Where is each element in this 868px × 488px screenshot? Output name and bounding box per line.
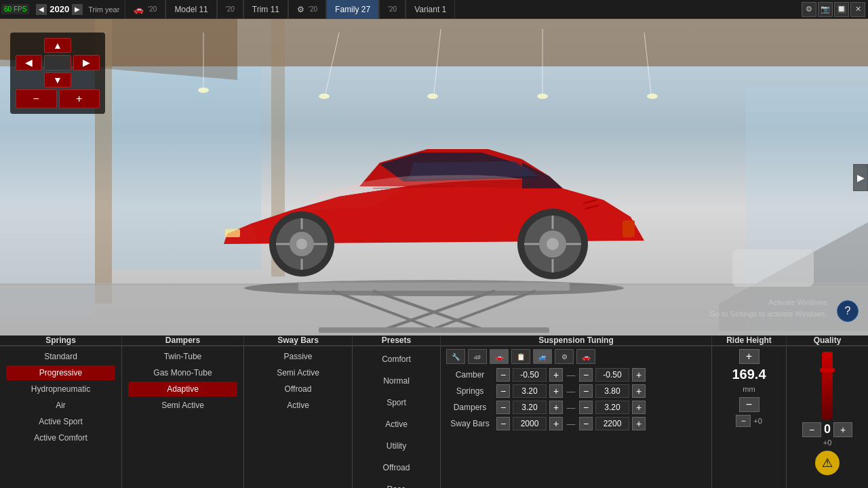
- close-button[interactable]: ✕: [850, 2, 865, 17]
- tuning-icon-car2[interactable]: 🚗: [490, 349, 509, 364]
- dampers-right-plus[interactable]: +: [632, 401, 646, 414]
- cam-center-button[interactable]: [44, 55, 71, 70]
- ride-height-header: Ride Height: [712, 336, 787, 345]
- scene-right-arrow-button[interactable]: ▶: [853, 164, 868, 191]
- cam-down-button[interactable]: ▼: [44, 73, 71, 87]
- dampers-gas-mono[interactable]: Gas Mono-Tube: [128, 365, 237, 380]
- quality-plus-button[interactable]: +: [833, 422, 852, 437]
- tab-model[interactable]: Model 11: [165, 0, 216, 19]
- preset-normal[interactable]: Normal: [357, 372, 435, 390]
- presets-section: Comfort Normal Sport Active Utility Offr…: [353, 346, 441, 488]
- tuning-icon-wrench[interactable]: 🔧: [446, 349, 465, 364]
- springs-air[interactable]: Air: [6, 398, 115, 413]
- ride-height-value: 169.4: [732, 364, 766, 385]
- tuning-camber-row: Camber − -0.50 + — − -0.50 +: [446, 368, 706, 382]
- cam-up-button[interactable]: ▲: [44, 38, 71, 53]
- tuning-icon-clipboard[interactable]: 📋: [511, 349, 530, 364]
- svg-line-47: [387, 291, 495, 329]
- springs-hydropneumatic[interactable]: Hydropneumatic: [6, 382, 115, 396]
- cam-left-button[interactable]: ◀: [16, 55, 42, 70]
- springs-active-sport[interactable]: Active Sport: [6, 414, 115, 429]
- ride-height-minus-button[interactable]: −: [739, 397, 760, 412]
- camber-right-minus[interactable]: −: [579, 368, 593, 382]
- swaybars-offroad[interactable]: Offroad: [250, 382, 347, 396]
- swaybars-semi-active[interactable]: Semi Active: [250, 365, 347, 380]
- swaybars-left-plus[interactable]: +: [549, 417, 563, 430]
- quality-section: − 0 + +0 ⚠: [787, 346, 868, 488]
- swaybars-right-minus[interactable]: −: [579, 417, 593, 430]
- springs-right-minus[interactable]: −: [579, 384, 593, 398]
- springs-right-plus[interactable]: +: [632, 384, 646, 398]
- tuning-swaybars-row: Sway Bars − 2000 + — − 2200 +: [446, 417, 706, 430]
- dampers-right-minus[interactable]: −: [579, 401, 593, 414]
- settings-button[interactable]: ⚙: [802, 2, 816, 17]
- svg-line-44: [332, 291, 434, 329]
- tuning-icon-row: 🔧 🏎 🚗 📋 🚙 ⚙ 🚗: [446, 349, 706, 364]
- tab-family[interactable]: Family 27: [326, 0, 379, 19]
- tuning-icon-gear[interactable]: ⚙: [555, 349, 574, 364]
- dampers-right-value: 3.20: [595, 401, 629, 414]
- dampers-semi-active[interactable]: Semi Active: [128, 398, 237, 413]
- preset-offroad[interactable]: Offroad: [357, 459, 435, 476]
- camber-left-plus[interactable]: +: [549, 368, 563, 382]
- tab-trim[interactable]: Trim 11: [243, 0, 288, 19]
- swaybars-header: Sway Bars: [244, 336, 353, 345]
- tab-variant[interactable]: Variant 1: [406, 0, 455, 19]
- ride-height-sub-minus[interactable]: −: [736, 415, 751, 427]
- svg-rect-40: [623, 220, 635, 237]
- tab-family-badge[interactable]: '20: [379, 0, 406, 19]
- year-next-button[interactable]: ▶: [72, 4, 83, 15]
- trim-year-label: Trim year: [88, 5, 119, 14]
- svg-point-27: [296, 239, 307, 249]
- cam-zoom-minus-button[interactable]: −: [16, 89, 57, 108]
- camber-right-value: -0.50: [595, 368, 629, 382]
- springs-left-minus[interactable]: −: [496, 384, 510, 398]
- preset-sport[interactable]: Sport: [357, 394, 435, 411]
- cam-right-button[interactable]: ▶: [73, 55, 100, 70]
- camber-left-minus[interactable]: −: [496, 368, 510, 382]
- cam-zoom-plus-button[interactable]: +: [59, 89, 100, 108]
- dampers-left-value: 3.20: [513, 401, 547, 414]
- dampers-left-minus[interactable]: −: [496, 401, 510, 414]
- preset-comfort[interactable]: Comfort: [357, 350, 435, 368]
- swaybars-left-minus[interactable]: −: [496, 417, 510, 430]
- dampers-left-plus[interactable]: +: [549, 401, 563, 414]
- tuning-springs-row: Springs − 3.20 + — − 3.80 +: [446, 384, 706, 398]
- warning-button[interactable]: ⚠: [815, 451, 840, 475]
- ride-height-plus-button[interactable]: +: [739, 349, 760, 364]
- camera-button[interactable]: 📷: [818, 2, 833, 17]
- year-prev-button[interactable]: ◀: [36, 4, 47, 15]
- springs-standard[interactable]: Standard: [6, 349, 115, 364]
- springs-progressive[interactable]: Progressive: [6, 365, 115, 380]
- preset-utility[interactable]: Utility: [357, 437, 435, 455]
- swaybars-active[interactable]: Active: [250, 398, 347, 413]
- help-button[interactable]: ?: [837, 300, 859, 322]
- quality-header: Quality: [787, 336, 868, 345]
- bottom-panel: Springs Dampers Sway Bars Presets Suspen…: [0, 336, 868, 488]
- tuning-icon-car1[interactable]: 🏎: [468, 349, 487, 364]
- tab-model-badge[interactable]: '20: [217, 0, 243, 19]
- swaybars-passive[interactable]: Passive: [250, 349, 347, 364]
- springs-active-comfort[interactable]: Active Comfort: [6, 430, 115, 445]
- quality-content: − 0 + +0 ⚠: [787, 346, 868, 478]
- trim-label: Trim 11: [252, 5, 279, 14]
- tuning-dampers-row: Dampers − 3.20 + — − 3.20 +: [446, 401, 706, 414]
- tab-car-icon[interactable]: 🚗 '20: [125, 0, 165, 19]
- tab-settings-icon[interactable]: ⚙ '20: [288, 0, 326, 19]
- expand-button[interactable]: 🔲: [834, 2, 849, 17]
- springs-left-plus[interactable]: +: [549, 384, 563, 398]
- camber-right-plus[interactable]: +: [632, 368, 646, 382]
- dampers-adaptive[interactable]: Adaptive: [128, 382, 237, 396]
- quality-minus-button[interactable]: −: [802, 422, 821, 437]
- tuning-icon-car4[interactable]: 🚗: [576, 349, 595, 364]
- top-bar: 60 FPS ◀ 2020 ▶ Trim year 🚗 '20 Model 11…: [0, 0, 868, 19]
- svg-rect-43: [298, 283, 570, 291]
- model-label: Model 11: [174, 5, 208, 14]
- ride-height-section: + 169.4 mm − − +0: [712, 346, 787, 488]
- preset-race[interactable]: Race: [357, 481, 435, 488]
- dampers-twin-tube[interactable]: Twin-Tube: [128, 349, 237, 364]
- year-display: 2020: [50, 4, 69, 14]
- tuning-icon-car3[interactable]: 🚙: [533, 349, 552, 364]
- preset-active[interactable]: Active: [357, 415, 435, 433]
- swaybars-right-plus[interactable]: +: [632, 417, 646, 430]
